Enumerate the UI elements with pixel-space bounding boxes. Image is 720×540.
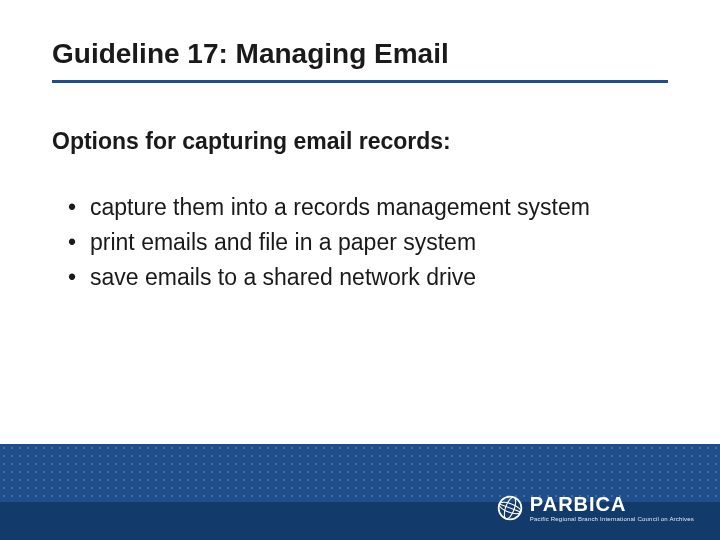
footer-logo: PARBICA Pacific Regional Branch Internat…	[496, 494, 694, 522]
footer-logo-name: PARBICA	[530, 494, 694, 514]
list-item: print emails and file in a paper system	[62, 227, 622, 258]
globe-icon	[496, 494, 524, 522]
list-item: capture them into a records management s…	[62, 192, 622, 223]
footer-logo-text: PARBICA Pacific Regional Branch Internat…	[530, 494, 694, 522]
title-underline	[52, 80, 668, 83]
footer-logo-tagline: Pacific Regional Branch International Co…	[530, 516, 694, 522]
slide: Guideline 17: Managing Email Options for…	[0, 0, 720, 540]
slide-title: Guideline 17: Managing Email	[52, 38, 449, 70]
footer-band: PARBICA Pacific Regional Branch Internat…	[0, 444, 720, 540]
svg-line-3	[499, 504, 520, 512]
list-item: save emails to a shared network drive	[62, 262, 622, 293]
bullet-list: capture them into a records management s…	[62, 192, 622, 297]
slide-subtitle: Options for capturing email records:	[52, 128, 451, 155]
